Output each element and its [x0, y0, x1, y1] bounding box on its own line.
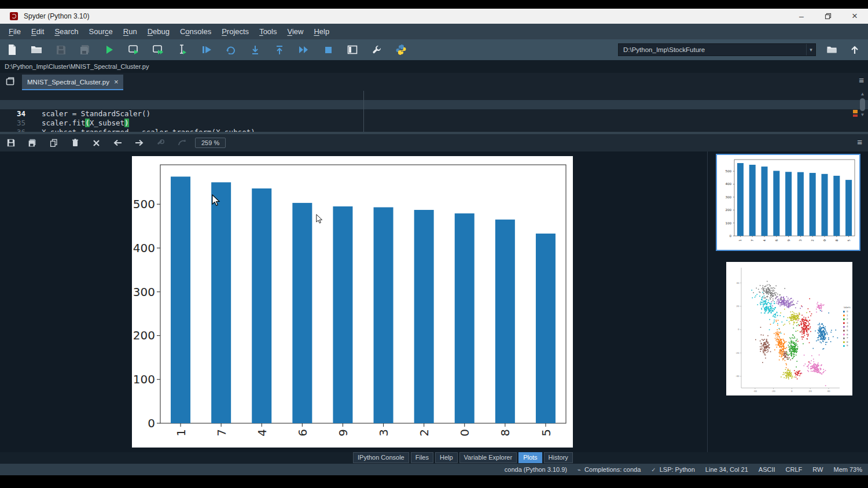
debug-file-button[interactable] [194, 41, 219, 58]
scroll-down-icon[interactable]: ▼ [859, 113, 866, 117]
python-logo-icon [396, 45, 406, 55]
maximize-pane-button[interactable] [340, 41, 365, 58]
status-memory: Mem 73% [833, 466, 862, 473]
svg-text:0: 0 [791, 390, 793, 393]
run-cell-button[interactable] [122, 41, 146, 58]
svg-text:0: 0 [730, 234, 732, 238]
save-icon [56, 45, 66, 55]
stop-icon [325, 46, 332, 54]
svg-text:-40: -40 [753, 390, 757, 393]
scroll-up-icon[interactable]: ▲ [859, 92, 866, 97]
previous-plot-button[interactable] [107, 135, 128, 150]
svg-text:20: 20 [736, 305, 740, 308]
svg-text:5: 5 [847, 239, 851, 242]
working-directory-combo[interactable]: D:\Python_Imp\StockFuture ▾ [618, 43, 816, 56]
status-conda-env[interactable]: conda (Python 3.10.9) [505, 466, 567, 473]
spyder-logo-icon [10, 12, 18, 20]
remove-all-plots-button[interactable] [86, 135, 107, 150]
close-button[interactable]: × [841, 9, 868, 24]
main-plot-canvas[interactable]: 01002003004005001746932085 [132, 156, 573, 448]
zoom-in-button[interactable] [171, 135, 193, 150]
editor-tab[interactable]: MNIST_Spectral_Cluster.py × [22, 75, 123, 90]
zoom-in-icon [178, 139, 186, 147]
zoom-level-indicator: 259 % [195, 138, 226, 148]
svg-text:6: 6 [847, 333, 848, 336]
restore-button[interactable] [815, 9, 841, 24]
menu-consoles[interactable]: Consoles [175, 25, 216, 38]
menu-run[interactable]: Run [118, 25, 142, 38]
code-line-35: 35 X_subset_transformed = scaler.transfo… [0, 109, 868, 119]
tsne-scatter-thumbnail: -40-2002040-40-2002040labels0123456789 [726, 262, 852, 395]
code-line-34-current: 34 scaler.fit(X_subset) [0, 100, 868, 109]
run-file-button[interactable] [97, 41, 122, 58]
menu-debug[interactable]: Debug [142, 25, 175, 38]
pythonpath-manager-button[interactable] [389, 41, 413, 58]
save-all-plots-icon [28, 139, 37, 147]
menu-tools[interactable]: Tools [254, 25, 282, 38]
tab-variable-explorer[interactable]: Variable Explorer [459, 452, 517, 463]
stop-button[interactable] [316, 41, 340, 58]
tab-ipython-console[interactable]: IPython Console [353, 452, 409, 463]
code-line-33: 33 scaler = StandardScaler() [0, 91, 868, 100]
svg-text:9: 9 [336, 429, 350, 437]
svg-text:3: 3 [377, 429, 391, 437]
tab-history[interactable]: History [544, 452, 573, 463]
next-plot-button[interactable] [128, 135, 150, 150]
letterbox-bottom [0, 475, 868, 488]
parent-directory-button[interactable] [846, 41, 863, 58]
copy-plot-button[interactable] [43, 135, 64, 150]
browse-directory-button[interactable] [823, 41, 840, 58]
tab-plots[interactable]: Plots [518, 452, 542, 463]
tab-files[interactable]: Files [411, 452, 433, 463]
svg-text:300: 300 [133, 285, 155, 299]
spyder-window: Spyder (Python 3.10) – × File Edit Searc… [0, 9, 868, 475]
save-all-plots-button[interactable] [21, 135, 43, 150]
next-arrow-icon [135, 139, 144, 146]
status-lsp[interactable]: LSP: Python [660, 466, 695, 473]
bar-chart-thumbnail: 01002003004005001746932085 [717, 155, 859, 250]
plots-options-menu[interactable]: ≡ [857, 137, 862, 147]
copy-icon [50, 139, 58, 147]
remove-plot-button[interactable] [64, 135, 86, 150]
preferences-button[interactable] [365, 41, 389, 58]
save-all-button[interactable] [73, 41, 97, 58]
tab-close-icon[interactable]: × [114, 77, 119, 86]
zoom-out-icon [156, 139, 165, 147]
menu-source[interactable]: Source [84, 25, 118, 38]
minimize-button[interactable]: – [788, 9, 815, 24]
rerun-icon [226, 45, 236, 54]
tab-help[interactable]: Help [435, 452, 458, 463]
svg-text:1: 1 [738, 239, 742, 242]
menu-edit[interactable]: Edit [26, 25, 49, 38]
step-return-button[interactable] [267, 41, 292, 58]
open-file-button[interactable] [24, 41, 49, 58]
scrollbar-thumb[interactable] [860, 98, 865, 111]
new-file-button[interactable] [0, 41, 24, 58]
browse-tabs-button[interactable] [5, 76, 15, 88]
run-cell-advance-button[interactable] [146, 41, 170, 58]
save-button[interactable] [49, 41, 73, 58]
plot-thumbnail-scatter[interactable]: -40-2002040-40-2002040labels0123456789 [726, 262, 852, 395]
menu-help[interactable]: Help [308, 25, 334, 38]
editor-scrollbar[interactable]: ▲ ▼ [859, 92, 866, 130]
code-area[interactable]: 33 scaler = StandardScaler() 34 scaler.f… [0, 91, 868, 132]
continue-button[interactable] [292, 41, 316, 58]
svg-text:0: 0 [148, 416, 155, 430]
editor-options-menu[interactable]: ≡ [859, 75, 864, 85]
status-completions[interactable]: Completions: conda [584, 466, 641, 473]
status-permissions: RW [812, 466, 823, 473]
menu-file[interactable]: File [3, 25, 26, 38]
step-into-button[interactable] [243, 41, 267, 58]
svg-text:200: 200 [133, 328, 155, 342]
combo-dropdown-icon[interactable]: ▾ [806, 44, 815, 56]
svg-text:7: 7 [751, 239, 754, 242]
run-selection-button[interactable] [170, 41, 194, 58]
zoom-out-button[interactable] [150, 135, 171, 150]
save-plot-button[interactable] [0, 135, 21, 150]
previous-arrow-icon [113, 139, 122, 146]
rerun-cells-button[interactable] [219, 41, 243, 58]
menu-projects[interactable]: Projects [216, 25, 254, 38]
plot-thumbnail-selected[interactable]: 01002003004005001746932085 [716, 154, 860, 251]
menu-view[interactable]: View [282, 25, 308, 38]
menu-search[interactable]: Search [49, 25, 83, 38]
